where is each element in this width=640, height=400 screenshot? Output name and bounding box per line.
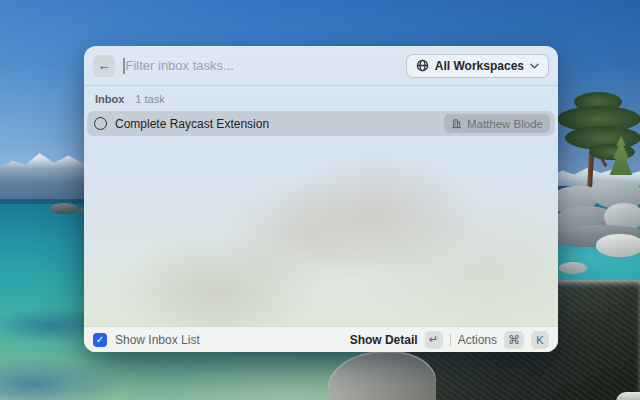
search-input[interactable] [126,58,406,73]
return-keycap: ↵ [425,331,443,349]
show-inbox-label: Show Inbox List [115,333,200,347]
workspace-selector[interactable]: All Workspaces [406,54,549,78]
task-status-circle-icon[interactable] [94,117,107,130]
assignee-name: Matthew Blode [467,118,543,130]
actions-button[interactable]: Actions [458,333,497,347]
wallpaper-rock [50,203,78,214]
raycast-window: ← All Workspaces Inbox 1 task [84,46,558,352]
section-header: Inbox 1 task [84,86,558,109]
show-detail-button[interactable]: Show Detail [350,333,418,347]
workspace-selector-label: All Workspaces [435,59,524,73]
task-row-selected[interactable]: Complete Raycast Extension Matthew Blode [87,111,555,136]
checkmark-icon: ✓ [96,334,104,345]
wallpaper-white-boulder [596,234,640,257]
footer-divider [450,334,451,346]
globe-icon [416,59,429,72]
back-button[interactable]: ← [93,55,115,77]
footer-actions: Show Detail ↵ Actions ⌘ K [350,331,549,349]
chevron-down-icon [530,63,539,69]
organization-icon [451,118,462,129]
text-caret [123,58,125,74]
show-inbox-checkbox[interactable]: ✓ [93,333,107,347]
task-title: Complete Raycast Extension [115,117,269,131]
window-topbar: ← All Workspaces [84,46,558,86]
section-title: Inbox [95,93,124,105]
k-keycap: K [531,331,549,349]
wallpaper-rock [559,262,587,274]
command-keycap: ⌘ [504,331,524,349]
section-count: 1 task [135,93,164,105]
content-area [84,136,558,326]
wallpaper-rock [616,392,640,400]
back-arrow-icon: ← [98,58,111,73]
window-footer: ✓ Show Inbox List Show Detail ↵ Actions … [84,326,558,352]
assignee-badge: Matthew Blode [444,114,550,133]
